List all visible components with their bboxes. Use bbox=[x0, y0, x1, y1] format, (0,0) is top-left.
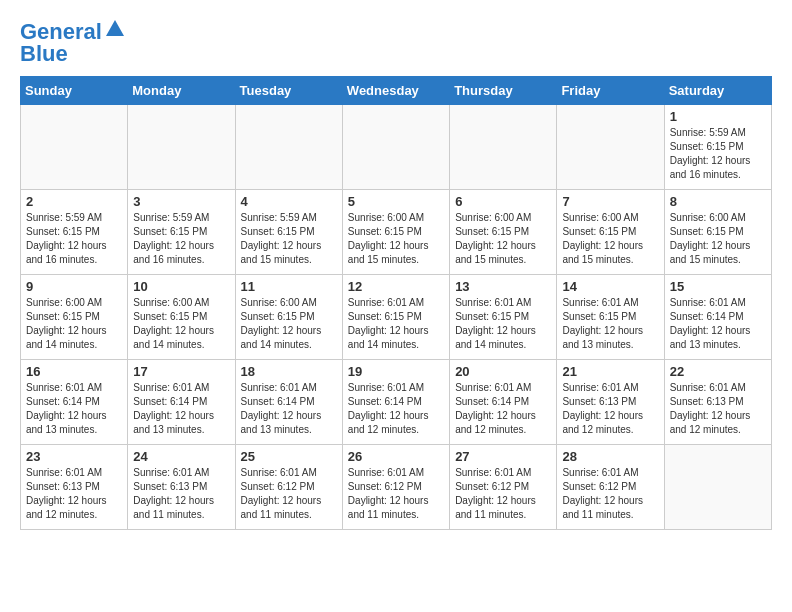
day-info: Sunrise: 6:01 AM Sunset: 6:14 PM Dayligh… bbox=[455, 381, 551, 437]
day-info: Sunrise: 6:01 AM Sunset: 6:13 PM Dayligh… bbox=[26, 466, 122, 522]
day-cell bbox=[664, 445, 771, 530]
day-cell: 2Sunrise: 5:59 AM Sunset: 6:15 PM Daylig… bbox=[21, 190, 128, 275]
day-number: 5 bbox=[348, 194, 444, 209]
day-cell: 24Sunrise: 6:01 AM Sunset: 6:13 PM Dayli… bbox=[128, 445, 235, 530]
day-number: 12 bbox=[348, 279, 444, 294]
day-cell: 21Sunrise: 6:01 AM Sunset: 6:13 PM Dayli… bbox=[557, 360, 664, 445]
day-info: Sunrise: 6:01 AM Sunset: 6:12 PM Dayligh… bbox=[562, 466, 658, 522]
day-cell: 7Sunrise: 6:00 AM Sunset: 6:15 PM Daylig… bbox=[557, 190, 664, 275]
day-cell: 9Sunrise: 6:00 AM Sunset: 6:15 PM Daylig… bbox=[21, 275, 128, 360]
day-number: 27 bbox=[455, 449, 551, 464]
day-cell bbox=[450, 105, 557, 190]
day-cell: 28Sunrise: 6:01 AM Sunset: 6:12 PM Dayli… bbox=[557, 445, 664, 530]
day-number: 16 bbox=[26, 364, 122, 379]
day-number: 13 bbox=[455, 279, 551, 294]
day-cell: 19Sunrise: 6:01 AM Sunset: 6:14 PM Dayli… bbox=[342, 360, 449, 445]
day-cell: 15Sunrise: 6:01 AM Sunset: 6:14 PM Dayli… bbox=[664, 275, 771, 360]
day-cell: 14Sunrise: 6:01 AM Sunset: 6:15 PM Dayli… bbox=[557, 275, 664, 360]
day-number: 4 bbox=[241, 194, 337, 209]
day-info: Sunrise: 6:01 AM Sunset: 6:13 PM Dayligh… bbox=[670, 381, 766, 437]
day-cell: 22Sunrise: 6:01 AM Sunset: 6:13 PM Dayli… bbox=[664, 360, 771, 445]
day-cell: 13Sunrise: 6:01 AM Sunset: 6:15 PM Dayli… bbox=[450, 275, 557, 360]
header-monday: Monday bbox=[128, 77, 235, 105]
day-info: Sunrise: 6:01 AM Sunset: 6:12 PM Dayligh… bbox=[241, 466, 337, 522]
day-number: 22 bbox=[670, 364, 766, 379]
day-info: Sunrise: 6:01 AM Sunset: 6:13 PM Dayligh… bbox=[133, 466, 229, 522]
day-number: 9 bbox=[26, 279, 122, 294]
day-number: 15 bbox=[670, 279, 766, 294]
day-info: Sunrise: 6:00 AM Sunset: 6:15 PM Dayligh… bbox=[348, 211, 444, 267]
day-info: Sunrise: 5:59 AM Sunset: 6:15 PM Dayligh… bbox=[26, 211, 122, 267]
day-cell bbox=[235, 105, 342, 190]
day-number: 10 bbox=[133, 279, 229, 294]
week-row-3: 9Sunrise: 6:00 AM Sunset: 6:15 PM Daylig… bbox=[21, 275, 772, 360]
day-cell: 16Sunrise: 6:01 AM Sunset: 6:14 PM Dayli… bbox=[21, 360, 128, 445]
day-info: Sunrise: 6:00 AM Sunset: 6:15 PM Dayligh… bbox=[133, 296, 229, 352]
day-number: 23 bbox=[26, 449, 122, 464]
calendar-body: 1Sunrise: 5:59 AM Sunset: 6:15 PM Daylig… bbox=[21, 105, 772, 530]
day-info: Sunrise: 6:01 AM Sunset: 6:12 PM Dayligh… bbox=[348, 466, 444, 522]
header-saturday: Saturday bbox=[664, 77, 771, 105]
day-number: 26 bbox=[348, 449, 444, 464]
day-number: 11 bbox=[241, 279, 337, 294]
day-number: 24 bbox=[133, 449, 229, 464]
day-number: 28 bbox=[562, 449, 658, 464]
header-thursday: Thursday bbox=[450, 77, 557, 105]
header-wednesday: Wednesday bbox=[342, 77, 449, 105]
day-cell: 4Sunrise: 5:59 AM Sunset: 6:15 PM Daylig… bbox=[235, 190, 342, 275]
day-cell: 27Sunrise: 6:01 AM Sunset: 6:12 PM Dayli… bbox=[450, 445, 557, 530]
day-number: 20 bbox=[455, 364, 551, 379]
header-friday: Friday bbox=[557, 77, 664, 105]
week-row-2: 2Sunrise: 5:59 AM Sunset: 6:15 PM Daylig… bbox=[21, 190, 772, 275]
day-number: 14 bbox=[562, 279, 658, 294]
day-info: Sunrise: 6:00 AM Sunset: 6:15 PM Dayligh… bbox=[26, 296, 122, 352]
day-cell: 12Sunrise: 6:01 AM Sunset: 6:15 PM Dayli… bbox=[342, 275, 449, 360]
day-cell: 18Sunrise: 6:01 AM Sunset: 6:14 PM Dayli… bbox=[235, 360, 342, 445]
day-info: Sunrise: 6:01 AM Sunset: 6:12 PM Dayligh… bbox=[455, 466, 551, 522]
day-cell bbox=[128, 105, 235, 190]
day-info: Sunrise: 6:01 AM Sunset: 6:15 PM Dayligh… bbox=[562, 296, 658, 352]
day-cell: 8Sunrise: 6:00 AM Sunset: 6:15 PM Daylig… bbox=[664, 190, 771, 275]
day-number: 2 bbox=[26, 194, 122, 209]
day-cell: 5Sunrise: 6:00 AM Sunset: 6:15 PM Daylig… bbox=[342, 190, 449, 275]
calendar-table: SundayMondayTuesdayWednesdayThursdayFrid… bbox=[20, 76, 772, 530]
logo: General Blue bbox=[20, 20, 126, 66]
day-info: Sunrise: 6:01 AM Sunset: 6:14 PM Dayligh… bbox=[26, 381, 122, 437]
day-info: Sunrise: 6:00 AM Sunset: 6:15 PM Dayligh… bbox=[241, 296, 337, 352]
day-cell: 10Sunrise: 6:00 AM Sunset: 6:15 PM Dayli… bbox=[128, 275, 235, 360]
day-info: Sunrise: 6:01 AM Sunset: 6:13 PM Dayligh… bbox=[562, 381, 658, 437]
day-info: Sunrise: 6:00 AM Sunset: 6:15 PM Dayligh… bbox=[455, 211, 551, 267]
day-cell bbox=[342, 105, 449, 190]
logo-text-blue: Blue bbox=[20, 42, 68, 66]
day-info: Sunrise: 6:01 AM Sunset: 6:15 PM Dayligh… bbox=[455, 296, 551, 352]
logo-icon bbox=[104, 18, 126, 40]
day-number: 18 bbox=[241, 364, 337, 379]
svg-marker-0 bbox=[106, 20, 124, 36]
day-info: Sunrise: 6:01 AM Sunset: 6:14 PM Dayligh… bbox=[133, 381, 229, 437]
day-cell: 11Sunrise: 6:00 AM Sunset: 6:15 PM Dayli… bbox=[235, 275, 342, 360]
day-number: 21 bbox=[562, 364, 658, 379]
week-row-1: 1Sunrise: 5:59 AM Sunset: 6:15 PM Daylig… bbox=[21, 105, 772, 190]
day-cell: 20Sunrise: 6:01 AM Sunset: 6:14 PM Dayli… bbox=[450, 360, 557, 445]
day-cell: 3Sunrise: 5:59 AM Sunset: 6:15 PM Daylig… bbox=[128, 190, 235, 275]
day-number: 3 bbox=[133, 194, 229, 209]
header-sunday: Sunday bbox=[21, 77, 128, 105]
day-info: Sunrise: 6:01 AM Sunset: 6:14 PM Dayligh… bbox=[670, 296, 766, 352]
day-info: Sunrise: 6:01 AM Sunset: 6:14 PM Dayligh… bbox=[241, 381, 337, 437]
page-header: General Blue bbox=[20, 20, 772, 66]
day-number: 8 bbox=[670, 194, 766, 209]
day-info: Sunrise: 6:00 AM Sunset: 6:15 PM Dayligh… bbox=[562, 211, 658, 267]
day-cell: 17Sunrise: 6:01 AM Sunset: 6:14 PM Dayli… bbox=[128, 360, 235, 445]
day-cell bbox=[21, 105, 128, 190]
day-info: Sunrise: 6:01 AM Sunset: 6:15 PM Dayligh… bbox=[348, 296, 444, 352]
day-info: Sunrise: 5:59 AM Sunset: 6:15 PM Dayligh… bbox=[670, 126, 766, 182]
day-number: 19 bbox=[348, 364, 444, 379]
week-row-4: 16Sunrise: 6:01 AM Sunset: 6:14 PM Dayli… bbox=[21, 360, 772, 445]
calendar-header-row: SundayMondayTuesdayWednesdayThursdayFrid… bbox=[21, 77, 772, 105]
day-info: Sunrise: 5:59 AM Sunset: 6:15 PM Dayligh… bbox=[133, 211, 229, 267]
day-cell: 26Sunrise: 6:01 AM Sunset: 6:12 PM Dayli… bbox=[342, 445, 449, 530]
day-number: 7 bbox=[562, 194, 658, 209]
week-row-5: 23Sunrise: 6:01 AM Sunset: 6:13 PM Dayli… bbox=[21, 445, 772, 530]
day-number: 17 bbox=[133, 364, 229, 379]
day-info: Sunrise: 5:59 AM Sunset: 6:15 PM Dayligh… bbox=[241, 211, 337, 267]
